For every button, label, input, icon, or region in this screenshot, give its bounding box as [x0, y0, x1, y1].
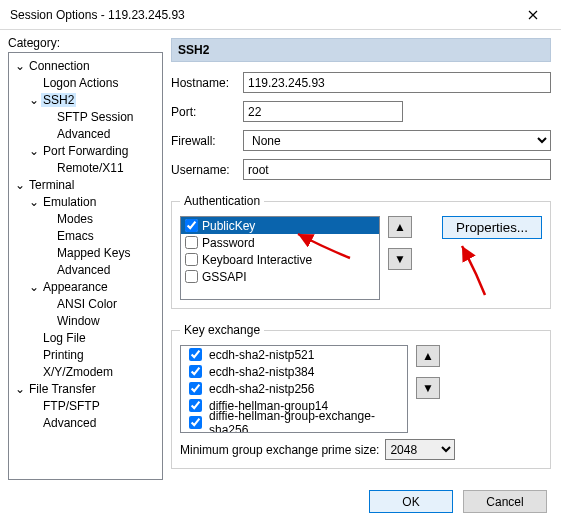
chevron-down-icon[interactable]: ⌄	[27, 144, 41, 158]
auth-updown: ▲ ▼	[388, 216, 412, 270]
titlebar: Session Options - 119.23.245.93	[0, 0, 561, 30]
tree-xyzmodem[interactable]: X/Y/Zmodem	[9, 363, 162, 380]
up-icon: ▲	[422, 349, 434, 363]
firewall-row: Firewall: None	[171, 130, 551, 151]
firewall-select[interactable]: None	[243, 130, 551, 151]
tree-window[interactable]: Window	[9, 312, 162, 329]
tree-sftp-session[interactable]: SFTP Session	[9, 108, 162, 125]
properties-button[interactable]: Properties...	[442, 216, 542, 239]
right-panel: SSH2 Hostname: Port: Firewall: None User…	[169, 36, 553, 480]
firewall-label: Firewall:	[171, 134, 243, 148]
hostname-input[interactable]	[243, 72, 551, 93]
main-area: Category: ⌄Connection Logon Actions ⌄SSH…	[0, 30, 561, 480]
tree-ansi-color[interactable]: ANSI Color	[9, 295, 162, 312]
username-input[interactable]	[243, 159, 551, 180]
category-column: Category: ⌄Connection Logon Actions ⌄SSH…	[8, 36, 163, 480]
auth-listbox[interactable]: PublicKey Password Keyboard Interactive …	[180, 216, 380, 300]
auth-check-keyboard[interactable]	[185, 253, 198, 266]
kex-item[interactable]: diffie-hellman-group-exchange-sha256	[181, 414, 407, 431]
port-input[interactable]	[243, 101, 403, 122]
chevron-down-icon[interactable]: ⌄	[13, 382, 27, 396]
auth-fieldset: Authentication PublicKey Password Keyboa…	[171, 194, 551, 309]
ok-button[interactable]: OK	[369, 490, 453, 513]
tree-emacs[interactable]: Emacs	[9, 227, 162, 244]
tree-connection[interactable]: ⌄Connection	[9, 57, 162, 74]
kex-check[interactable]	[189, 382, 202, 395]
hostname-row: Hostname:	[171, 72, 551, 93]
port-row: Port:	[171, 101, 551, 122]
tree-modes[interactable]: Modes	[9, 210, 162, 227]
chevron-down-icon[interactable]: ⌄	[13, 59, 27, 73]
username-label: Username:	[171, 163, 243, 177]
cancel-button[interactable]: Cancel	[463, 490, 547, 513]
kex-item[interactable]: ecdh-sha2-nistp384	[181, 363, 407, 380]
tree-remote-x11[interactable]: Remote/X11	[9, 159, 162, 176]
category-tree[interactable]: ⌄Connection Logon Actions ⌄SSH2 SFTP Ses…	[8, 52, 163, 480]
tree-file-transfer[interactable]: ⌄File Transfer	[9, 380, 162, 397]
auth-move-up-button[interactable]: ▲	[388, 216, 412, 238]
chevron-down-icon[interactable]: ⌄	[27, 93, 41, 107]
kex-fieldset: Key exchange ecdh-sha2-nistp521 ecdh-sha…	[171, 323, 551, 469]
down-icon: ▼	[394, 252, 406, 266]
auth-item-keyboard[interactable]: Keyboard Interactive	[181, 251, 379, 268]
auth-check-publickey[interactable]	[185, 219, 198, 232]
tree-ssh2-advanced[interactable]: Advanced	[9, 125, 162, 142]
tree-ft-advanced[interactable]: Advanced	[9, 414, 162, 431]
auth-check-password[interactable]	[185, 236, 198, 249]
tree-mapped-keys[interactable]: Mapped Keys	[9, 244, 162, 261]
kex-item[interactable]: ecdh-sha2-nistp256	[181, 380, 407, 397]
dialog-buttons: OK Cancel	[0, 480, 561, 513]
kex-check[interactable]	[189, 399, 202, 412]
tree-logon-actions[interactable]: Logon Actions	[9, 74, 162, 91]
auth-check-gssapi[interactable]	[185, 270, 198, 283]
tree-emulation[interactable]: ⌄Emulation	[9, 193, 162, 210]
down-icon: ▼	[422, 381, 434, 395]
close-button[interactable]	[513, 1, 553, 29]
prime-label: Minimum group exchange prime size:	[180, 443, 379, 457]
kex-move-up-button[interactable]: ▲	[416, 345, 440, 367]
kex-legend: Key exchange	[180, 323, 264, 337]
tree-emu-advanced[interactable]: Advanced	[9, 261, 162, 278]
tree-ssh2[interactable]: ⌄SSH2	[9, 91, 162, 108]
port-label: Port:	[171, 105, 243, 119]
prime-select[interactable]: 2048	[385, 439, 455, 460]
kex-listbox[interactable]: ecdh-sha2-nistp521 ecdh-sha2-nistp384 ec…	[180, 345, 408, 433]
up-icon: ▲	[394, 220, 406, 234]
auth-legend: Authentication	[180, 194, 264, 208]
auth-item-password[interactable]: Password	[181, 234, 379, 251]
kex-move-down-button[interactable]: ▼	[416, 377, 440, 399]
tree-appearance[interactable]: ⌄Appearance	[9, 278, 162, 295]
kex-item[interactable]: ecdh-sha2-nistp521	[181, 346, 407, 363]
window-title: Session Options - 119.23.245.93	[10, 8, 513, 22]
kex-check[interactable]	[189, 365, 202, 378]
chevron-down-icon[interactable]: ⌄	[27, 280, 41, 294]
auth-item-gssapi[interactable]: GSSAPI	[181, 268, 379, 285]
tree-ftp-sftp[interactable]: FTP/SFTP	[9, 397, 162, 414]
category-label: Category:	[8, 36, 163, 50]
auth-move-down-button[interactable]: ▼	[388, 248, 412, 270]
prime-row: Minimum group exchange prime size: 2048	[180, 439, 542, 460]
auth-item-publickey[interactable]: PublicKey	[181, 217, 379, 234]
tree-printing[interactable]: Printing	[9, 346, 162, 363]
tree-port-forwarding[interactable]: ⌄Port Forwarding	[9, 142, 162, 159]
kex-check[interactable]	[189, 416, 202, 429]
tree-terminal[interactable]: ⌄Terminal	[9, 176, 162, 193]
username-row: Username:	[171, 159, 551, 180]
kex-updown: ▲ ▼	[416, 345, 440, 399]
chevron-down-icon[interactable]: ⌄	[13, 178, 27, 192]
panel-heading: SSH2	[171, 38, 551, 62]
tree-log-file[interactable]: Log File	[9, 329, 162, 346]
chevron-down-icon[interactable]: ⌄	[27, 195, 41, 209]
hostname-label: Hostname:	[171, 76, 243, 90]
kex-check[interactable]	[189, 348, 202, 361]
